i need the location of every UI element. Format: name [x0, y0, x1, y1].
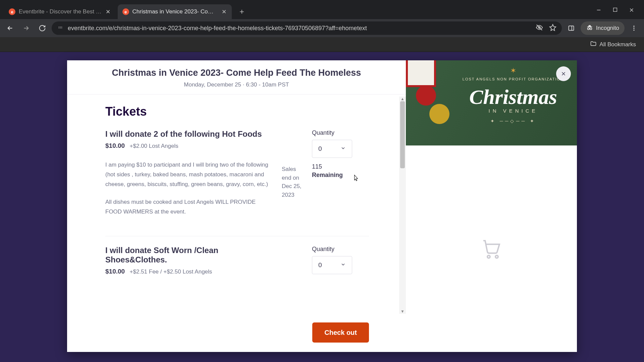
eventbrite-favicon-icon: e: [122, 8, 129, 15]
tab-title: Eventbrite - Discover the Best …: [19, 8, 102, 15]
side-panel-icon[interactable]: [565, 21, 578, 35]
bookmark-star-icon[interactable]: [549, 24, 556, 33]
incognito-indicator[interactable]: Incognito: [581, 21, 625, 35]
kebab-menu-icon[interactable]: [627, 21, 641, 35]
quantity-value: 0: [318, 261, 322, 269]
svg-point-3: [588, 27, 590, 29]
modal-scrollbar[interactable]: ▲ ▼: [399, 97, 406, 314]
forward-button[interactable]: [19, 21, 33, 35]
new-tab-button[interactable]: [236, 6, 248, 18]
browser-titlebar: e Eventbrite - Discover the Best … ✕ e C…: [0, 0, 644, 19]
page-viewport: Christmas in Venice 2023- Come Help Feed…: [0, 52, 644, 362]
quantity-select[interactable]: 0: [312, 256, 352, 274]
ticket-fee: +$2.51 Fee / +$2.50 Lost Angels: [130, 268, 212, 275]
event-title: Christmas in Venice 2023- Come Help Feed…: [78, 68, 395, 78]
checkout-modal: Christmas in Venice 2023- Come Help Feed…: [67, 60, 577, 352]
quantity-select[interactable]: 0: [312, 140, 352, 158]
chevron-down-icon: [340, 145, 346, 153]
modal-header: Christmas in Venice 2023- Come Help Feed…: [67, 60, 406, 95]
event-datetime: Monday, December 25 · 6:30 - 10am PST: [78, 81, 395, 88]
ticket-row: I will donate Soft Worn /Clean Shoes&Clo…: [105, 246, 369, 281]
svg-rect-2: [569, 26, 574, 30]
svg-point-9: [495, 255, 498, 258]
quantity-label: Quantity: [312, 129, 369, 136]
url-text: eventbrite.com/e/christmas-in-venice-202…: [68, 25, 532, 32]
banner-subline: IN VENICE: [460, 108, 567, 114]
cart-icon: [481, 238, 502, 259]
maximize-window-icon[interactable]: [612, 7, 618, 14]
remaining-label: Remaining: [312, 171, 369, 179]
browser-toolbar: eventbrite.com/e/christmas-in-venice-202…: [0, 19, 644, 37]
ticket-row: I will donate 2 of the following Hot Foo…: [105, 129, 369, 236]
tracking-blocked-icon[interactable]: [536, 24, 543, 33]
svg-point-6: [633, 27, 634, 28]
close-modal-button[interactable]: [556, 66, 571, 81]
tab-title: Christmas in Venice 2023- Com…: [132, 8, 218, 15]
banner-headline: Christmas: [460, 86, 567, 107]
close-window-icon[interactable]: [629, 7, 635, 14]
bookmarks-bar: All Bookmarks: [0, 37, 644, 52]
browser-tab-1[interactable]: e Eventbrite - Discover the Best … ✕: [4, 4, 116, 19]
svg-rect-0: [613, 8, 617, 12]
incognito-icon: [586, 24, 593, 33]
scroll-thumb[interactable]: [400, 101, 405, 168]
org-name-text: LOST ANGELS NON PROFIT ORGANIZATION: [460, 77, 567, 81]
all-bookmarks-link[interactable]: All Bookmarks: [599, 41, 636, 48]
ticket-fee: +$2.00 Lost Angels: [130, 143, 178, 149]
checkout-button[interactable]: Check out: [312, 322, 369, 343]
sales-end-text: Sales end on Dec 25, 2023: [282, 129, 305, 225]
reload-button[interactable]: [36, 21, 49, 35]
banner-ornament: ✦ ──◇── ✦: [460, 118, 567, 124]
remaining-count: 115: [312, 163, 369, 171]
tickets-heading: Tickets: [105, 105, 369, 119]
scroll-up-arrow-icon[interactable]: ▲: [400, 97, 405, 101]
ticket-name: I will donate Soft Worn /Clean Shoes&Clo…: [105, 246, 274, 264]
minimize-window-icon[interactable]: [596, 7, 602, 14]
incognito-label: Incognito: [596, 25, 619, 32]
eventbrite-favicon-icon: e: [9, 8, 15, 15]
site-settings-icon[interactable]: [57, 24, 64, 32]
ticket-description: All dishes must be cooked and Lost Angel…: [105, 197, 274, 217]
chevron-down-icon: [340, 261, 346, 269]
org-logo-icon: ✶: [460, 66, 567, 75]
svg-point-7: [633, 29, 634, 31]
back-button[interactable]: [3, 21, 17, 35]
ticket-price: $10.00: [105, 268, 125, 275]
ticket-price: $10.00: [105, 142, 125, 149]
close-tab-icon[interactable]: ✕: [221, 9, 227, 15]
ticket-description: I am paying $10 to participant and I wil…: [105, 160, 274, 189]
svg-point-4: [590, 27, 592, 29]
svg-point-8: [487, 255, 490, 258]
ticket-name: I will donate 2 of the following Hot Foo…: [105, 129, 274, 139]
empty-cart-area: [406, 145, 577, 352]
bookmarks-folder-icon[interactable]: [590, 40, 597, 49]
close-tab-icon[interactable]: ✕: [105, 9, 111, 15]
event-image-banner: ✶ LOST ANGELS NON PROFIT ORGANIZATION Ch…: [406, 60, 577, 145]
svg-point-5: [633, 26, 634, 27]
quantity-value: 0: [318, 145, 322, 153]
browser-tab-2[interactable]: e Christmas in Venice 2023- Com… ✕: [118, 4, 232, 19]
scroll-down-arrow-icon[interactable]: ▼: [400, 309, 405, 314]
quantity-label: Quantity: [312, 246, 369, 253]
address-bar[interactable]: eventbrite.com/e/christmas-in-venice-202…: [52, 21, 562, 35]
